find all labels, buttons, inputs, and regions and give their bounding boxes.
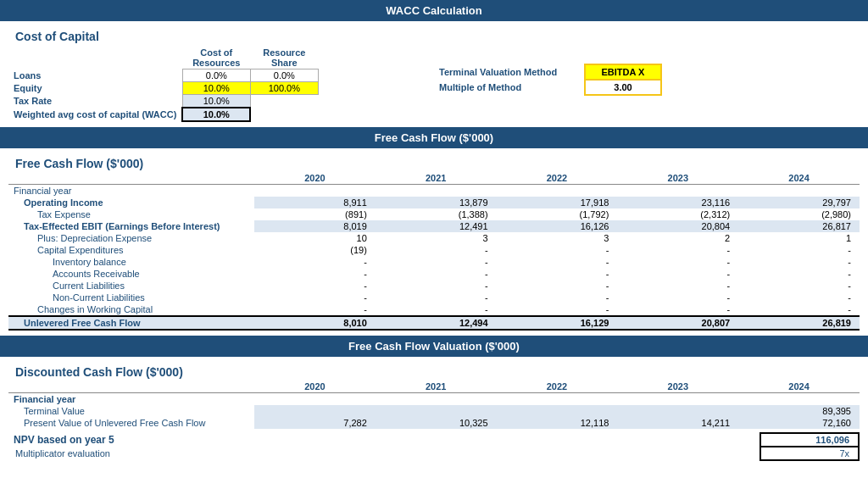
val-year-2021: 2021 [376,381,497,393]
val-header-text: Free Cash Flow Valuation ($'000) [348,340,520,353]
fcf-val-8-4: - [738,280,860,292]
fcf-val-10-2: - [497,303,618,316]
equity-cost[interactable]: 10.0% [182,82,250,95]
val-val-0-1 [376,393,497,406]
fcf-label-0: Financial year [8,185,254,197]
fcf-val-11-3: 20,807 [617,316,738,330]
equity-label: Equity [8,82,182,95]
fcf-val-9-2: - [497,292,618,303]
multiple-value[interactable]: 3.00 [585,80,661,95]
terminal-table: Terminal Valuation Method EBITDA X Multi… [432,64,662,96]
val-label-2: Present Value of Unlevered Free Cash Flo… [8,417,254,429]
fcf-label-1: Operating Income [8,197,254,208]
npv-table: NPV based on year 5 116,096 Multiplicato… [8,432,860,461]
fcf-label-8: Current Liabilities [8,280,254,292]
wacc-row-equity: Equity 10.0% 100.0% [8,82,318,95]
val-val-0-3 [617,393,738,406]
wacc-left-panel: Cost of Resources Resource Share Loans 0… [8,45,364,122]
val-label-1: Terminal Value [8,405,254,417]
loans-share[interactable]: 0.0% [250,69,318,82]
wacc-subheader: Cost of Capital [8,25,860,45]
fcf-val-8-1: - [376,280,497,292]
fcf-section-header: Free Cash Flow ($'000) [0,127,868,148]
val-val-2-0: 7,282 [254,417,376,429]
wacc-section: Cost of Capital Cost of Resources Resour… [0,21,868,127]
fcf-val-8-3: - [617,280,738,292]
fcf-row-3: Tax-Effected EBIT (Earnings Before Inter… [8,220,860,232]
fcf-row-2: Tax Expense(891)(1,388)(1,792)(2,312)(2,… [8,208,860,220]
fcf-val-4-2: 3 [497,232,618,244]
val-row-2: Present Value of Unlevered Free Cash Flo… [8,417,860,429]
mult-label: Multiplicator evaluation [8,447,366,460]
wacc-grid: Cost of Resources Resource Share Loans 0… [8,45,860,122]
val-header-row: 2020 2021 2022 2023 2024 [8,381,860,393]
fcf-year-2020: 2020 [254,172,376,185]
fcf-val-2-3: (2,312) [617,208,738,220]
fcf-label-2: Tax Expense [8,208,254,220]
terminal-value[interactable]: EBITDA X [585,64,661,80]
val-year-2023: 2023 [617,381,738,393]
fcf-val-1-1: 13,879 [376,197,497,208]
terminal-row: Terminal Valuation Method EBITDA X [432,64,661,80]
wacc-row-tax: Tax Rate 10.0% [8,95,318,108]
fcf-row-1: Operating Income8,91113,87917,91823,1162… [8,197,860,208]
col-header-cost: Cost of Resources [182,47,250,69]
val-row-1: Terminal Value89,395 [8,405,860,417]
fcf-val-3-0: 8,019 [254,220,376,232]
loans-label: Loans [8,69,182,82]
fcf-val-10-3: - [617,303,738,316]
wacc-table: Cost of Resources Resource Share Loans 0… [8,47,319,122]
fcf-val-8-0: - [254,280,376,292]
fcf-val-5-0: (19) [254,244,376,256]
fcf-row-8: Current Liabilities----- [8,280,860,292]
val-year-2024: 2024 [738,381,860,393]
col-header-share: Resource Share [250,47,318,69]
fcf-val-7-2: - [497,268,618,280]
fcf-val-2-1: (1,388) [376,208,497,220]
val-year-2022: 2022 [497,381,618,393]
val-val-2-3: 14,211 [617,417,738,429]
fcf-row-4: Plus: Depreciation Expense103321 [8,232,860,244]
fcf-val-9-0: - [254,292,376,303]
fcf-year-2022: 2022 [497,172,618,185]
wacc-cost[interactable]: 10.0% [182,108,250,121]
fcf-label-11: Unlevered Free Cash Flow [8,316,254,330]
wacc-row-wacc: Weighted avg cost of capital (WACC) 10.0… [8,108,318,121]
fcf-val-5-2: - [497,244,618,256]
fcf-val-9-4: - [738,292,860,303]
fcf-val-9-1: - [376,292,497,303]
fcf-val-7-1: - [376,268,497,280]
fcf-section: Free Cash Flow ($'000) 2020 2021 2022 20… [0,148,868,336]
equity-share[interactable]: 100.0% [250,82,318,95]
multiple-row: Multiple of Method 3.00 [432,80,661,95]
fcf-val-2-2: (1,792) [497,208,618,220]
fcf-val-2-4: (2,980) [738,208,860,220]
fcf-val-11-1: 12,494 [376,316,497,330]
fcf-label-5: Capital Expenditures [8,244,254,256]
main-title-bar: WACC Calculation [0,0,868,21]
val-val-0-4 [738,393,860,406]
val-val-2-4: 72,160 [738,417,860,429]
mult-empty-3 [563,447,661,460]
fcf-val-7-4: - [738,268,860,280]
fcf-val-3-1: 12,491 [376,220,497,232]
tax-label: Tax Rate [8,95,182,108]
fcf-label-6: Inventory balance [8,256,254,268]
fcf-val-6-2: - [497,256,618,268]
fcf-val-0-2 [497,185,618,197]
wacc-share-empty [250,108,318,121]
loans-cost[interactable]: 0.0% [182,69,250,82]
val-val-1-3 [617,405,738,417]
val-val-1-1 [376,405,497,417]
fcf-row-7: Accounts Receivable----- [8,268,860,280]
fcf-label-col [8,172,254,185]
fcf-header-text: Free Cash Flow ($'000) [375,131,493,144]
fcf-row-9: Non-Current Liabilities----- [8,292,860,303]
fcf-year-2021: 2021 [376,172,497,185]
fcf-label-4: Plus: Depreciation Expense [8,232,254,244]
fcf-val-1-0: 8,911 [254,197,376,208]
mult-empty-2 [465,447,563,460]
val-label-col [8,381,254,393]
tax-cost[interactable]: 10.0% [182,95,250,108]
fcf-val-10-4: - [738,303,860,316]
